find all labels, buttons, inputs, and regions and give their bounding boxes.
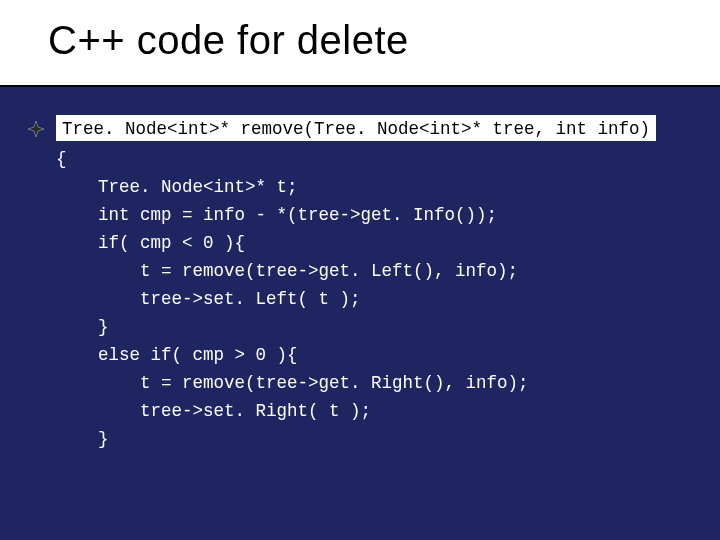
code-body: { Tree. Node<int>* t; int cmp = info - *… [56, 117, 529, 453]
diamond-star-icon [28, 121, 44, 137]
slide-title: C++ code for delete [48, 18, 720, 63]
slide-content: Tree. Node<int>* remove(Tree. Node<int>*… [0, 87, 720, 119]
slide-title-area: C++ code for delete [0, 0, 720, 87]
svg-marker-0 [28, 121, 44, 137]
